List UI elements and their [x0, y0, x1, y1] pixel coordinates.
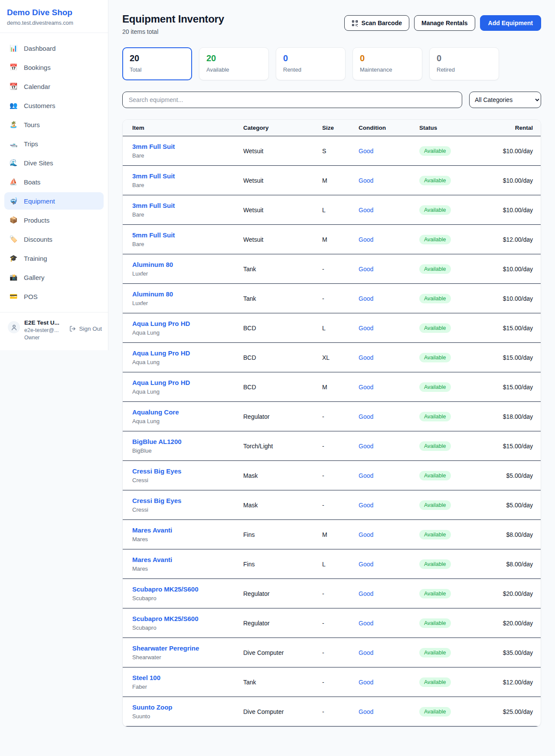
item-size: - — [322, 667, 359, 697]
add-equipment-button[interactable]: Add Equipment — [480, 15, 541, 31]
sidebar-item-discounts[interactable]: 🏷️Discounts — [4, 230, 104, 248]
search-input[interactable] — [122, 92, 462, 108]
stat-card-total[interactable]: 20Total — [122, 47, 192, 80]
condition-link[interactable]: Good — [359, 325, 373, 332]
item-name-link[interactable]: Mares Avanti — [132, 526, 172, 534]
condition-link[interactable]: Good — [359, 708, 373, 715]
item-rental: $35.00/day — [485, 638, 541, 667]
condition-link[interactable]: Good — [359, 266, 373, 273]
table-row: BigBlue AL1200BigBlueTorch/Light-GoodAva… — [123, 431, 541, 461]
item-category: Fins — [243, 520, 322, 549]
condition-link[interactable]: Good — [359, 620, 373, 627]
condition-link[interactable]: Good — [359, 443, 373, 450]
item-name-link[interactable]: Aqua Lung Pro HD — [132, 349, 190, 357]
condition-link[interactable]: Good — [359, 207, 373, 214]
manage-rentals-button[interactable]: Manage Rentals — [414, 15, 475, 31]
table-row: Suunto ZoopSuuntoDive Computer-GoodAvail… — [123, 697, 541, 726]
condition-link[interactable]: Good — [359, 472, 373, 479]
stat-card-maintenance[interactable]: 0Maintenance — [353, 47, 422, 80]
item-size: - — [322, 461, 359, 490]
sidebar-item-gallery[interactable]: 📸Gallery — [4, 269, 104, 286]
sidebar-item-dive-sites[interactable]: 🌊Dive Sites — [4, 154, 104, 171]
item-name-link[interactable]: Mares Avanti — [132, 556, 172, 563]
category-select[interactable]: All Categories — [469, 92, 541, 108]
stat-label: Total — [130, 66, 185, 73]
item-name-link[interactable]: 3mm Full Suit — [132, 202, 175, 209]
user-info: E2E Test U... e2e-tester@... Owner — [24, 319, 65, 341]
condition-link[interactable]: Good — [359, 413, 373, 420]
item-size: - — [322, 579, 359, 608]
condition-link[interactable]: Good — [359, 236, 373, 243]
item-name-link[interactable]: BigBlue AL1200 — [132, 438, 182, 445]
condition-link[interactable]: Good — [359, 649, 373, 656]
stat-card-rented[interactable]: 0Rented — [276, 47, 346, 80]
scan-barcode-button[interactable]: Scan Barcode — [344, 15, 409, 31]
item-size: - — [322, 254, 359, 284]
sign-out-label: Sign Out — [79, 325, 102, 332]
item-name-link[interactable]: Steel 100 — [132, 674, 160, 681]
sidebar-item-training[interactable]: 🎓Training — [4, 250, 104, 267]
sidebar-item-dashboard[interactable]: 📊Dashboard — [4, 39, 104, 57]
sidebar-item-bookings[interactable]: 📅Bookings — [4, 59, 104, 76]
stat-card-available[interactable]: 20Available — [199, 47, 269, 80]
item-size: - — [322, 431, 359, 461]
sidebar-item-calendar[interactable]: 📆Calendar — [4, 78, 104, 95]
sidebar-item-products[interactable]: 📦Products — [4, 211, 104, 229]
sidebar-item-equipment[interactable]: 🤿Equipment — [4, 192, 104, 210]
item-name-link[interactable]: Scubapro MK25/S600 — [132, 585, 199, 593]
item-name-link[interactable]: Suunto Zoop — [132, 703, 172, 711]
item-name-link[interactable]: Aqua Lung Pro HD — [132, 320, 190, 327]
sign-out-button[interactable]: Sign Out — [69, 325, 102, 332]
condition-link[interactable]: Good — [359, 590, 373, 597]
user-icon — [10, 324, 18, 331]
item-name-link[interactable]: Aqua Lung Pro HD — [132, 379, 190, 386]
item-brand: Scubapro — [132, 595, 243, 602]
sidebar-item-customers[interactable]: 👥Customers — [4, 97, 104, 114]
item-name-link[interactable]: Aluminum 80 — [132, 290, 173, 298]
item-name-link[interactable]: Cressi Big Eyes — [132, 467, 181, 475]
item-name-link[interactable]: 3mm Full Suit — [132, 172, 175, 180]
item-size: M — [322, 166, 359, 195]
table-row: Cressi Big EyesCressiMask-GoodAvailable$… — [123, 461, 541, 490]
condition-link[interactable]: Good — [359, 148, 373, 154]
item-category: Tank — [243, 284, 322, 313]
add-equipment-label: Add Equipment — [488, 20, 533, 26]
condition-link[interactable]: Good — [359, 531, 373, 538]
stat-card-retired[interactable]: 0Retired — [429, 47, 499, 80]
table-row: 3mm Full SuitBareWetsuitMGoodAvailable$1… — [123, 166, 541, 195]
sidebar-item-label: Trips — [24, 140, 38, 148]
table-row: 5mm Full SuitBareWetsuitMGoodAvailable$1… — [123, 225, 541, 254]
item-name-link[interactable]: 3mm Full Suit — [132, 143, 175, 150]
avatar — [8, 321, 20, 333]
condition-link[interactable]: Good — [359, 295, 373, 302]
item-name-link[interactable]: Cressi Big Eyes — [132, 497, 181, 504]
condition-link[interactable]: Good — [359, 679, 373, 686]
stat-label: Retired — [437, 66, 492, 73]
column-header-condition: Condition — [359, 120, 419, 136]
item-brand: Cressi — [132, 506, 243, 513]
calendar-icon: 📆 — [9, 82, 18, 90]
brand-domain: demo.test.divestreams.com — [7, 20, 101, 26]
sidebar-item-tours[interactable]: 🏝️Tours — [4, 116, 104, 133]
sidebar-nav: 📊Dashboard📅Bookings📆Calendar👥Customers🏝️… — [0, 33, 108, 310]
sidebar-item-trips[interactable]: 🛥️Trips — [4, 135, 104, 152]
item-name-link[interactable]: Shearwater Peregrine — [132, 644, 199, 652]
item-brand: Cressi — [132, 477, 243, 483]
item-name-link[interactable]: Aqualung Core — [132, 408, 179, 416]
item-category: Mask — [243, 461, 322, 490]
condition-link[interactable]: Good — [359, 561, 373, 568]
item-brand: Aqua Lung — [132, 329, 243, 336]
sidebar-item-label: Dive Sites — [24, 159, 53, 167]
sidebar-item-boats[interactable]: ⛵Boats — [4, 173, 104, 191]
item-rental: $8.00/day — [485, 549, 541, 579]
item-name-link[interactable]: 5mm Full Suit — [132, 231, 175, 239]
item-name-link[interactable]: Aluminum 80 — [132, 261, 173, 268]
condition-link[interactable]: Good — [359, 354, 373, 361]
sidebar-item-pos[interactable]: 💳POS — [4, 288, 104, 305]
item-rental: $25.00/day — [485, 697, 541, 726]
condition-link[interactable]: Good — [359, 177, 373, 184]
bookings-icon: 📅 — [9, 63, 18, 71]
condition-link[interactable]: Good — [359, 384, 373, 391]
item-name-link[interactable]: Scubapro MK25/S600 — [132, 615, 199, 622]
condition-link[interactable]: Good — [359, 502, 373, 509]
